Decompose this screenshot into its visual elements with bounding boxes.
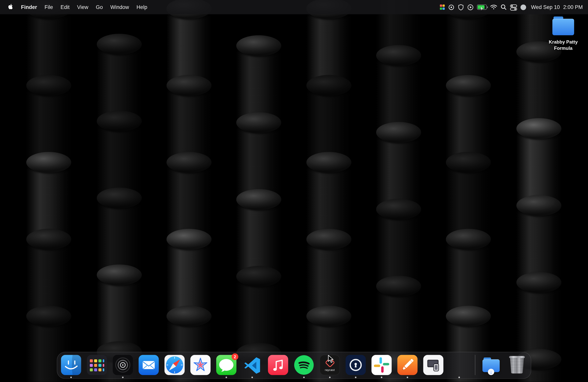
dock-item-finder[interactable] <box>61 355 81 375</box>
striped-circle-icon <box>449 355 469 375</box>
menu-edit[interactable]: Edit <box>57 0 73 14</box>
menubar-date[interactable]: Wed Sep 10 <box>531 4 560 10</box>
dock: 2 raycast <box>57 352 531 379</box>
dock-item-mail[interactable] <box>139 355 159 375</box>
color-star-icon <box>190 355 210 375</box>
spotlight-search-icon[interactable] <box>501 0 507 14</box>
blue-folder-icon <box>552 19 574 35</box>
slack-pinwheel-icon <box>371 355 392 375</box>
shield-icon[interactable] <box>458 0 464 14</box>
dock-item-1password[interactable] <box>346 355 366 375</box>
dock-item-screens-app[interactable] <box>423 355 443 375</box>
wallpaper <box>0 0 588 382</box>
dock-item-raycast[interactable]: raycast <box>320 355 340 375</box>
keyhole-ring-icon <box>346 355 366 375</box>
finder-icon <box>61 355 81 375</box>
menubar-clock[interactable]: 2:00 PM <box>563 4 583 10</box>
launchpad-grid-icon <box>87 355 107 375</box>
user-circle-icon[interactable] <box>521 0 526 14</box>
dock-item-stripes-app[interactable] <box>449 355 469 375</box>
app-menu-finder[interactable]: Finder <box>17 0 41 14</box>
color-grid-icon[interactable] <box>440 0 445 14</box>
vscode-icon <box>242 355 262 375</box>
dock-item-star-app[interactable] <box>190 355 210 375</box>
device-mirroring-icon <box>423 355 443 375</box>
dock-item-spotify[interactable] <box>294 355 314 375</box>
menu-window[interactable]: Window <box>106 0 133 14</box>
wifi-icon[interactable] <box>490 0 497 14</box>
spotify-waves-icon <box>294 355 314 375</box>
compass-icon <box>165 355 185 375</box>
pencil-icon <box>397 355 418 375</box>
music-note-icon <box>268 355 288 375</box>
dock-item-downloads[interactable]: ↓ <box>481 355 501 375</box>
control-center-icon[interactable] <box>510 0 517 14</box>
menu-go[interactable]: Go <box>92 0 107 14</box>
dock-item-trash[interactable] <box>507 355 527 375</box>
envelope-icon <box>139 355 159 375</box>
dock-item-rings-app[interactable] <box>113 355 133 375</box>
desktop-folder-krabby-patty[interactable]: Krabby Patty Formula <box>540 19 587 51</box>
dock-item-music[interactable] <box>268 355 288 375</box>
dock-item-slack[interactable] <box>371 355 392 375</box>
dock-item-messages[interactable]: 2 <box>216 355 236 375</box>
download-arrow-icon: ↓ <box>488 369 494 375</box>
menu-view[interactable]: View <box>73 0 92 14</box>
menu-bar-status: Wed Sep 10 2:00 PM <box>440 0 588 14</box>
dock-item-launchpad[interactable] <box>87 355 107 375</box>
menu-bar-left: Finder File Edit View Go Window Help <box>0 0 151 14</box>
dock-item-pencil-app[interactable] <box>397 355 418 375</box>
play-circle-icon[interactable] <box>467 0 474 14</box>
battery-charging-icon[interactable] <box>477 0 487 14</box>
menu-bar: Finder File Edit View Go Window Help <box>0 0 588 14</box>
raycast-emblem-icon <box>325 358 335 368</box>
dock-separator <box>475 355 475 375</box>
trash-icon <box>510 356 524 374</box>
menu-file[interactable]: File <box>41 0 57 14</box>
menu-help[interactable]: Help <box>133 0 151 14</box>
dock-item-safari[interactable] <box>165 355 185 375</box>
dock-item-vscode[interactable] <box>242 355 262 375</box>
raycast-label: raycast <box>325 368 335 372</box>
ring-icon[interactable] <box>448 0 455 14</box>
apple-icon <box>8 3 13 11</box>
raycast-icon: raycast <box>320 355 340 375</box>
desktop-folder-label: Krabby Patty Formula <box>545 39 582 52</box>
desktop-screen: Finder File Edit View Go Window Help <box>0 0 588 382</box>
notification-badge: 2 <box>231 353 238 360</box>
apple-menu[interactable] <box>4 3 17 11</box>
concentric-rings-icon <box>113 355 133 375</box>
